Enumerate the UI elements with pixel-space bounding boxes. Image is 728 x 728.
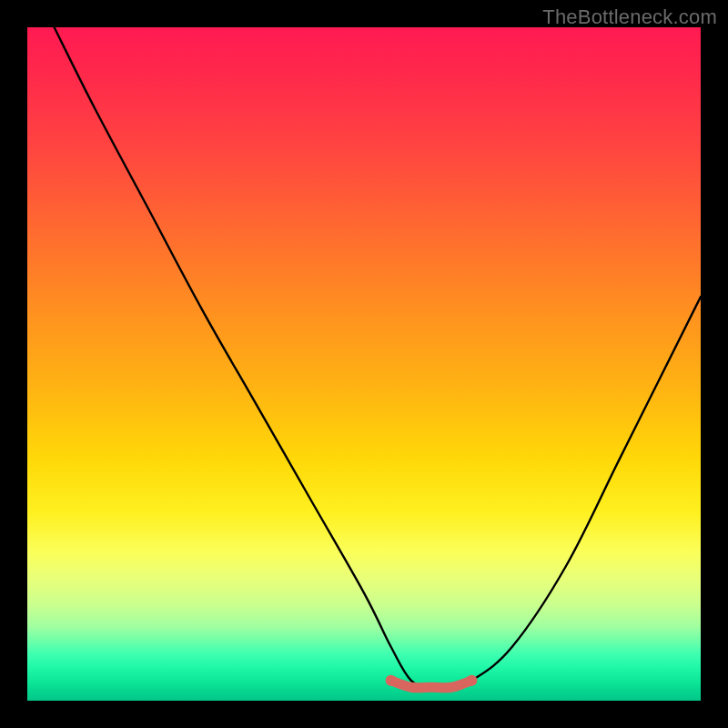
bottleneck-curve bbox=[55, 27, 701, 688]
plot-area bbox=[27, 27, 701, 701]
watermark-text: TheBottleneck.com bbox=[542, 5, 717, 29]
optimal-range-marker bbox=[391, 681, 472, 688]
chart-container: TheBottleneck.com bbox=[0, 0, 728, 728]
marker-endpoint-left bbox=[386, 675, 397, 686]
marker-endpoint-right bbox=[466, 675, 477, 686]
curve-svg bbox=[27, 27, 701, 701]
